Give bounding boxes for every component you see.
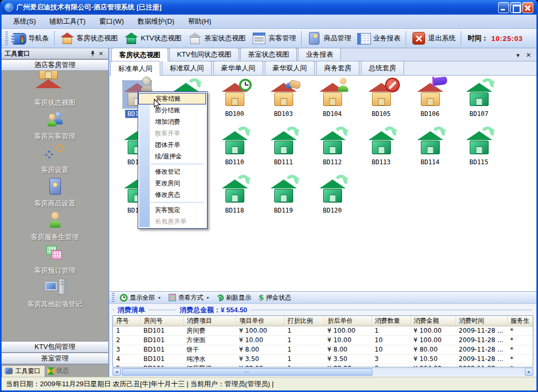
sidebar-item-room-settings[interactable]: 客房设置 [2, 143, 108, 177]
room-item[interactable]: BD104 [308, 81, 357, 129]
goods-card-icon [43, 177, 67, 198]
white-house-icon [189, 33, 201, 44]
blocked-icon [385, 78, 400, 92]
show-all-button[interactable]: 显示全部 ▼ [116, 293, 165, 303]
toolbar-exit-button[interactable]: 退出系统 [408, 30, 459, 47]
bottom-tab-status[interactable]: 状态 [45, 365, 73, 377]
view-mode-button[interactable]: 查看方式 ▼ [165, 293, 213, 303]
table-row[interactable]: 1BD101房间费 ¥ 100.001¥ 100.00 1¥ 100.00200… [113, 326, 533, 335]
guests-icon [43, 110, 67, 131]
reserved-flag-icon [433, 77, 450, 88]
menu-system[interactable]: 系统(S) [7, 15, 42, 28]
status-pinwheel-icon [47, 367, 55, 375]
room-type-tab-strip: 标准单人间 标准双人间 豪华单人间 豪华双人间 商务套房 总统套房 [109, 61, 536, 76]
room-item[interactable]: BD105 [357, 81, 406, 129]
room-item[interactable]: BD113 [357, 129, 406, 177]
horizontal-scrollbar[interactable]: ◄ ► [112, 368, 533, 376]
tab-deluxe-double[interactable]: 豪华双人间 [265, 61, 315, 75]
room-item[interactable]: BD106 [406, 81, 454, 129]
menu-item-guest-checkout[interactable]: 宾客结账 [138, 93, 206, 104]
main-toolbar: 导航条 客房状态视图 KTV状态视图 茶室状态视图 宾客管理 商品管理 业务报表 [2, 29, 536, 48]
table-row[interactable]: 5BD101红葡萄酒 ¥ 88.001¥ 88.00 3¥ 264.002009… [113, 364, 533, 367]
checked-in-guest-icon [140, 77, 153, 92]
tab-standard-double[interactable]: 标准双人间 [162, 61, 212, 75]
close-button[interactable] [522, 2, 533, 13]
room-item[interactable]: BD111 [259, 129, 308, 177]
menu-item-walkin-order: 散客开单 [151, 128, 206, 139]
refresh-button[interactable]: 刷新显示 [213, 293, 255, 303]
room-item[interactable]: BD119 [259, 177, 308, 226]
tab-business-suite[interactable]: 商务套房 [316, 61, 359, 75]
room-item[interactable]: BD118 [210, 177, 259, 226]
toolbar-ktv-status-button[interactable]: KTV状态视图 [121, 30, 184, 47]
tab-deluxe-single[interactable]: 豪华单人间 [213, 61, 263, 75]
table-row[interactable]: 4BD101纯净水 ¥ 3.501¥ 3.50 3¥ 10.502009-11-… [113, 354, 533, 364]
tab-business-report[interactable]: 业务报表 [298, 48, 341, 61]
toolbar-guest-mgmt-button[interactable]: 宾客管理 [249, 30, 299, 47]
menu-item-group-order[interactable]: 团体开单 [151, 139, 206, 151]
tab-president-suite[interactable]: 总统套房 [361, 61, 404, 75]
toolbar-room-status-button[interactable]: 客房状态视图 [57, 30, 121, 47]
room-item[interactable]: BD110 [210, 129, 259, 177]
chevron-down-icon: ▼ [206, 296, 210, 300]
toolbar-nav-button[interactable]: 导航条 [9, 30, 52, 47]
deposit-status-button[interactable]: $ 押金状态 [255, 292, 295, 303]
tab-tea-status-view[interactable]: 茶室状态视图 [240, 48, 297, 61]
maximize-button[interactable] [510, 2, 521, 13]
toolbar-goods-mgmt-button[interactable]: 商品管理 [304, 30, 354, 47]
table-row[interactable]: 2BD101方便面 ¥ 10.001¥ 10.00 10¥ 100.002009… [113, 335, 533, 345]
room-item[interactable]: BD103 [259, 81, 308, 129]
menu-tools[interactable]: 辅助工具(T) [43, 15, 92, 28]
sidebar-item-room-status[interactable]: 客房状态视图 [2, 76, 108, 110]
menu-item-modify-status[interactable]: 修改房态 [151, 189, 206, 200]
menu-bar: 系统(S) 辅助工具(T) 窗口(W) 数据维护(D) 帮助(H) [2, 15, 536, 29]
app-window: 广州爱启迪技术有限公司-酒店管理系统 [已注册] 系统(S) 辅助工具(T) 窗… [0, 0, 538, 392]
toolbar-tea-status-button[interactable]: 茶室状态视图 [184, 30, 249, 47]
sidebar-item-other-payments[interactable]: 客房其他款项登记 [2, 278, 108, 311]
tab-list-dropdown-icon[interactable]: ▼ [515, 52, 521, 58]
menu-item-add-consumption[interactable]: 增加消费 [151, 116, 206, 128]
sidebar-close-icon[interactable]: ✕ [97, 50, 105, 58]
table-row[interactable]: 3BD101饼干 ¥ 8.001¥ 8.00 10¥ 80.002009-11-… [113, 345, 533, 354]
sidebar-bottom-tabs: 工具窗口 状态 [2, 364, 108, 377]
sidebar-item-guest-mgmt[interactable]: 客房宾客管理 [2, 110, 108, 143]
sidebar-item-waiter-mgmt[interactable]: 客房服务生管理 [2, 210, 108, 244]
room-item[interactable]: BD112 [308, 129, 357, 177]
tab-ktv-status-view[interactable]: KTV包间状态视图 [169, 48, 239, 61]
menu-item-deposit[interactable]: 续/退押金 [151, 151, 206, 162]
house-icon [43, 76, 67, 97]
section-tea-mgmt[interactable]: 茶室管理 [2, 353, 108, 364]
menu-item-change-room[interactable]: 更改房间 [151, 177, 206, 189]
mouse-cursor [153, 99, 161, 110]
scrollbar-thumb[interactable] [122, 368, 373, 376]
exit-x-icon [412, 32, 425, 45]
section-room-mgmt[interactable]: 酒店客房管理 [2, 59, 108, 71]
menu-item-longterm-order: 长包房开单 [151, 216, 206, 227]
status-text: 当前日期：2009年11月29日星期日 农历己丑[牛]年十月十三 | 当前用户：… [6, 379, 274, 389]
menu-item-modify-registration[interactable]: 修改登记 [151, 166, 206, 177]
room-item[interactable]: BD115 [454, 129, 503, 177]
menu-help[interactable]: 帮助(H) [182, 15, 218, 28]
room-item[interactable]: BD100 [210, 81, 259, 129]
booking-calendars-icon [43, 244, 67, 265]
room-item[interactable]: BD114 [406, 129, 454, 177]
minimize-button[interactable] [498, 2, 509, 13]
tab-room-status-view[interactable]: 客房状态视图 [111, 48, 168, 61]
menu-data[interactable]: 数据维护(D) [131, 15, 181, 28]
scroll-right-icon[interactable]: ► [525, 368, 533, 376]
tab-standard-single[interactable]: 标准单人间 [110, 61, 160, 76]
section-ktv-mgmt[interactable]: KTV包间管理 [2, 341, 108, 353]
bottom-tab-tool-window[interactable]: 工具窗口 [2, 365, 45, 377]
menu-window[interactable]: 窗口(W) [93, 15, 130, 28]
time-value: 10:25:03 [491, 35, 523, 43]
menu-item-guest-booking[interactable]: 宾客预定 [151, 204, 206, 216]
consumption-table[interactable]: 序号房间号消费项目 项目单价打折比例折后单价 消费数量消费金额消费时间 服务生 … [112, 315, 533, 367]
sidebar-item-booking-mgmt[interactable]: 客房预订管理 [2, 244, 108, 278]
toolbar-report-button[interactable]: 业务报表 [354, 30, 404, 47]
room-item[interactable]: BD107 [454, 81, 503, 129]
pin-icon[interactable] [88, 50, 97, 58]
tab-close-icon[interactable]: ✕ [526, 51, 531, 59]
scroll-left-icon[interactable]: ◄ [112, 368, 121, 376]
sidebar-item-goods-settings[interactable]: 客房商品设置 [2, 177, 108, 210]
room-item[interactable]: BD120 [308, 177, 357, 226]
